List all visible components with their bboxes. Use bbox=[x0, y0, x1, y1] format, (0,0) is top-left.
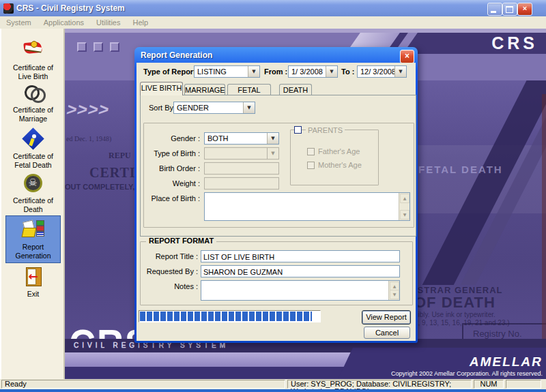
notes-label: Notes : bbox=[142, 282, 198, 290]
sidebar-item-fetal-death[interactable]: Certificate of Fetal Death bbox=[5, 128, 61, 169]
window-titlebar[interactable]: CRS - Civil Registry System × bbox=[0, 0, 546, 16]
status-ready: Ready bbox=[1, 380, 285, 389]
faded-cert-text: OF DEATH bbox=[414, 294, 495, 312]
sidebar-item-marriage[interactable]: Certificate of Marriage bbox=[5, 82, 61, 123]
dropdown-arrow-icon[interactable]: ▼ bbox=[243, 102, 255, 113]
dialog-close-button[interactable]: × bbox=[400, 50, 414, 63]
birth-order-input bbox=[204, 162, 279, 175]
status-bar: Ready User: SYS_PROG; Database: CIVILREG… bbox=[0, 379, 546, 389]
live-birth-icon bbox=[22, 40, 45, 61]
progress-fill bbox=[140, 312, 312, 321]
gender-value: BOTH bbox=[207, 134, 267, 142]
scroll-up-icon[interactable]: ▲ bbox=[400, 194, 410, 203]
fetal-death-icon bbox=[22, 128, 45, 150]
application-window: CRS - Civil Registry System × System App… bbox=[0, 0, 546, 392]
dialog-body: Type of Report : LISTING ▼ From : 1/ 3/2… bbox=[136, 63, 416, 341]
tab-fetal-death[interactable]: FETAL DEATH bbox=[227, 84, 271, 95]
place-of-birth-textarea[interactable]: ▲ ▼ bbox=[204, 192, 410, 221]
crs-brand-text: CRS bbox=[491, 33, 538, 53]
from-date-combo[interactable]: 1/ 3/2008 ▼ bbox=[288, 65, 338, 78]
requested-by-label: Requested By : bbox=[142, 267, 198, 275]
dropdown-arrow-icon[interactable]: ▼ bbox=[326, 66, 337, 77]
progress-bar bbox=[139, 310, 321, 322]
maximize-button[interactable] bbox=[502, 3, 517, 16]
close-icon: × bbox=[405, 51, 410, 61]
tab-marriage[interactable]: MARRIAGE bbox=[184, 84, 225, 95]
faded-cert-text: REPU bbox=[109, 151, 131, 161]
from-date-value: 1/ 3/2008 bbox=[291, 67, 326, 76]
requested-by-input[interactable] bbox=[201, 265, 400, 277]
sidebar-item-death[interactable]: ☠ Certificate of Death bbox=[5, 172, 61, 213]
sort-by-value: GENDER bbox=[177, 104, 243, 112]
to-label: To : bbox=[341, 67, 354, 76]
dropdown-arrow-icon: ▼ bbox=[267, 148, 278, 159]
to-date-combo[interactable]: 12/ 3/2008 ▼ bbox=[357, 65, 407, 78]
dropdown-arrow-icon[interactable]: ▼ bbox=[394, 66, 406, 77]
sort-by-combo[interactable]: GENDER ▼ bbox=[173, 102, 255, 114]
dialog-titlebar[interactable]: Report Generation bbox=[134, 47, 418, 63]
sidebar-item-label: Certificate of Live Birth bbox=[5, 63, 61, 80]
type-of-report-label: Type of Report : bbox=[143, 67, 201, 76]
minimize-button[interactable] bbox=[487, 3, 502, 16]
sidebar-item-label: Certificate of Fetal Death bbox=[5, 152, 61, 169]
dropdown-arrow-icon[interactable]: ▼ bbox=[248, 66, 259, 77]
faded-cert-text: gibly. Use ink or typewriter. bbox=[414, 311, 495, 318]
report-title-label: Report Title : bbox=[142, 252, 198, 260]
type-of-birth-combo: ▼ bbox=[204, 147, 279, 160]
tab-death[interactable]: DEATH bbox=[279, 84, 312, 95]
scroll-down-icon[interactable]: ▼ bbox=[400, 210, 410, 220]
status-session: User: SYS_PROG; Database: CIVILREGISTRY;… bbox=[287, 380, 472, 389]
sidebar: Certificate of Live Birth Certificate of… bbox=[0, 29, 65, 379]
close-button[interactable]: × bbox=[517, 3, 532, 16]
status-num-lock: NUM bbox=[474, 380, 504, 389]
mothers-age-label: Mother's Age bbox=[318, 161, 362, 169]
report-title-input[interactable] bbox=[201, 250, 400, 262]
type-of-report-value: LISTING bbox=[197, 67, 248, 76]
notes-textarea[interactable]: ▲ ▼ bbox=[201, 280, 400, 301]
sidebar-item-label: Certificate of Marriage bbox=[5, 106, 61, 123]
view-report-button[interactable]: View Report bbox=[362, 310, 411, 325]
tab-live-birth[interactable]: LIVE BIRTH bbox=[140, 82, 183, 95]
sidebar-item-label: Certificate of Death bbox=[5, 196, 61, 213]
scroll-down-icon[interactable]: ▼ bbox=[390, 290, 399, 299]
app-icon bbox=[3, 3, 14, 14]
parents-checkbox[interactable] bbox=[294, 126, 302, 134]
dropdown-arrow-icon[interactable]: ▼ bbox=[267, 133, 278, 144]
cancel-button[interactable]: Cancel bbox=[364, 327, 410, 339]
sidebar-item-label: Report Generation bbox=[6, 243, 60, 260]
sidebar-item-live-birth[interactable]: Certificate of Live Birth bbox=[5, 40, 61, 80]
close-icon: × bbox=[523, 4, 527, 12]
menu-help[interactable]: Help bbox=[126, 18, 154, 27]
menu-system[interactable]: System bbox=[0, 18, 38, 27]
weight-label: Weight : bbox=[144, 179, 200, 187]
death-skull-icon: ☠ bbox=[22, 172, 45, 194]
from-label: From : bbox=[264, 67, 287, 76]
dialog-title: Report Generation bbox=[141, 50, 212, 60]
marriage-rings-icon bbox=[22, 82, 45, 104]
report-generation-dialog: Report Generation × Type of Report : LIS… bbox=[134, 47, 418, 343]
window-title: CRS - Civil Registry System bbox=[16, 3, 125, 13]
report-format-label: REPORT FORMAT bbox=[146, 237, 216, 245]
parents-groupbox: PARENTS Father's Age Mother's Age bbox=[290, 130, 379, 185]
bg-red-edge bbox=[542, 94, 546, 379]
faded-cert-text: Registry No. bbox=[473, 329, 522, 339]
type-of-report-combo[interactable]: LISTING ▼ bbox=[194, 65, 260, 78]
menu-applications[interactable]: Applications bbox=[38, 18, 90, 27]
gender-combo[interactable]: BOTH ▼ bbox=[204, 132, 279, 145]
menu-bar: System Applications Utilities Help bbox=[0, 16, 546, 29]
report-format-groupbox: REPORT FORMAT Report Title : Requested B… bbox=[140, 241, 413, 305]
weight-input bbox=[204, 177, 279, 190]
menu-utilities[interactable]: Utilities bbox=[90, 18, 126, 27]
bg-square-decoration bbox=[77, 42, 87, 52]
textarea-scrollbar[interactable]: ▲ ▼ bbox=[399, 193, 410, 220]
mothers-age-checkbox bbox=[307, 162, 315, 169]
live-birth-tab-panel: Sort By : GENDER ▼ Gender : BOTH ▼ Type … bbox=[140, 95, 416, 237]
exit-door-icon: ← bbox=[22, 266, 45, 288]
sidebar-item-exit[interactable]: ← Exit bbox=[5, 266, 61, 299]
textarea-scrollbar[interactable]: ▲ ▼ bbox=[388, 281, 399, 300]
taskbar-edge bbox=[0, 389, 546, 392]
copyright-text: Copyright 2002 Amellar Corporation. All … bbox=[328, 370, 543, 377]
sidebar-item-report-generation[interactable]: Report Generation bbox=[5, 215, 61, 263]
chevron-arrows: >>>> bbox=[65, 100, 111, 119]
amellar-logo: AMELLAR bbox=[435, 355, 544, 370]
